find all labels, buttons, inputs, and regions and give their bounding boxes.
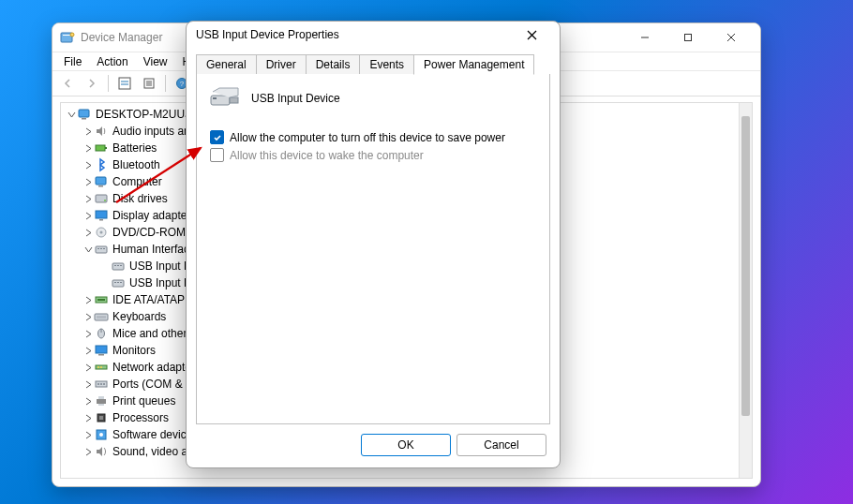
tab-general[interactable]: General [196, 54, 257, 74]
cpu-icon [94, 410, 109, 425]
cancel-button[interactable]: Cancel [456, 434, 546, 456]
audio-icon [94, 124, 109, 139]
chevron-right-icon[interactable] [82, 397, 94, 406]
tree-node-label: Computer [112, 175, 162, 188]
tree-node-label: Display adapters [112, 209, 196, 222]
svg-point-60 [103, 383, 105, 385]
chevron-right-icon[interactable] [82, 195, 94, 203]
svg-rect-35 [97, 248, 99, 249]
svg-rect-36 [100, 248, 102, 249]
sound-icon [94, 444, 109, 459]
chevron-right-icon[interactable] [82, 414, 94, 422]
svg-rect-43 [114, 282, 116, 283]
dlg-titlebar[interactable]: USB Input Device Properties [187, 22, 560, 48]
tab-events[interactable]: Events [359, 54, 414, 74]
chevron-right-icon[interactable] [82, 161, 94, 170]
chevron-down-icon[interactable] [66, 111, 77, 119]
svg-rect-61 [97, 399, 106, 404]
svg-point-29 [104, 200, 106, 201]
svg-rect-45 [120, 282, 122, 283]
svg-rect-70 [211, 96, 230, 105]
tree-node-label: Print queues [112, 394, 175, 408]
option-allow-turnoff[interactable]: Allow the computer to turn off this devi… [210, 130, 536, 144]
chevron-right-icon[interactable] [82, 313, 94, 321]
svg-rect-72 [213, 97, 217, 99]
svg-rect-7 [119, 78, 130, 89]
computer-icon [94, 174, 109, 189]
keyboard-icon [94, 309, 109, 324]
chevron-right-icon[interactable] [82, 127, 94, 136]
svg-rect-24 [96, 145, 105, 151]
chevron-right-icon[interactable] [82, 330, 94, 338]
device-name-label: USB Input Device [251, 92, 340, 105]
svg-point-2 [70, 33, 74, 37]
menu-view[interactable]: View [136, 54, 175, 69]
svg-rect-53 [98, 354, 104, 356]
chevron-down-icon[interactable] [82, 245, 94, 254]
close-button[interactable] [710, 23, 753, 52]
hid-icon [111, 259, 126, 274]
dlg-button-row: OK Cancel [361, 434, 546, 456]
chevron-right-icon[interactable] [82, 229, 94, 237]
svg-rect-23 [82, 118, 86, 120]
chevron-right-icon[interactable] [82, 212, 94, 220]
svg-point-58 [97, 383, 99, 385]
option-allow-turnoff-label: Allow the computer to turn off this devi… [230, 131, 505, 144]
dlg-close-button[interactable] [513, 22, 550, 48]
chevron-right-icon[interactable] [82, 448, 94, 456]
monitor-icon [94, 343, 109, 358]
checkbox-allow-turnoff[interactable] [210, 130, 224, 144]
tb-properties-icon[interactable] [138, 72, 160, 95]
ok-button[interactable]: OK [361, 434, 451, 456]
usb-device-icon [210, 85, 242, 111]
dlg-title: USB Input Device Properties [196, 28, 339, 41]
dm-title: Device Manager [81, 31, 162, 44]
svg-point-67 [99, 433, 103, 437]
svg-rect-1 [63, 35, 70, 36]
menu-action[interactable]: Action [89, 54, 135, 69]
tab-details[interactable]: Details [306, 54, 361, 74]
option-allow-wake: Allow this device to wake the computer [210, 148, 536, 162]
svg-rect-65 [99, 416, 103, 420]
checkbox-allow-wake [210, 148, 224, 162]
maximize-button[interactable] [666, 23, 710, 52]
svg-point-55 [97, 366, 99, 368]
chevron-right-icon[interactable] [82, 431, 94, 439]
bluetooth-icon [94, 157, 109, 172]
chevron-right-icon[interactable] [82, 144, 94, 153]
menu-file[interactable]: File [56, 54, 89, 69]
svg-rect-71 [230, 97, 238, 103]
tree-scrollbar[interactable] [739, 103, 752, 478]
tree-node-label: Bluetooth [112, 158, 160, 171]
chevron-right-icon[interactable] [82, 363, 94, 372]
print-icon [94, 393, 109, 408]
ide-icon [94, 292, 109, 307]
svg-rect-40 [117, 265, 119, 266]
tb-forward-icon [81, 72, 103, 95]
scroll-thumb[interactable] [741, 116, 750, 416]
svg-point-33 [100, 231, 103, 234]
svg-rect-4 [685, 35, 692, 41]
svg-rect-52 [96, 346, 107, 353]
tree-node-label: Monitors [112, 344, 156, 357]
svg-rect-49 [97, 316, 106, 319]
minimize-button[interactable] [623, 23, 666, 52]
dvd-icon [94, 225, 109, 240]
chevron-right-icon[interactable] [82, 296, 94, 304]
network-icon [94, 360, 109, 375]
svg-rect-39 [114, 265, 116, 266]
tb-show-hidden-icon[interactable] [113, 72, 136, 95]
tab-power-management[interactable]: Power Management [413, 54, 534, 75]
svg-rect-62 [98, 396, 104, 399]
chevron-right-icon[interactable] [82, 380, 94, 389]
svg-point-56 [100, 366, 102, 368]
properties-dialog: USB Input Device Properties General Driv… [186, 21, 561, 468]
computer-icon [77, 107, 92, 122]
svg-text:?: ? [180, 80, 185, 88]
chevron-right-icon[interactable] [82, 347, 94, 355]
chevron-right-icon[interactable] [82, 178, 94, 186]
tab-driver[interactable]: Driver [256, 54, 307, 74]
svg-rect-37 [103, 248, 105, 249]
dlg-content: General Driver Details Events Power Mana… [196, 53, 550, 424]
svg-rect-27 [98, 185, 103, 187]
